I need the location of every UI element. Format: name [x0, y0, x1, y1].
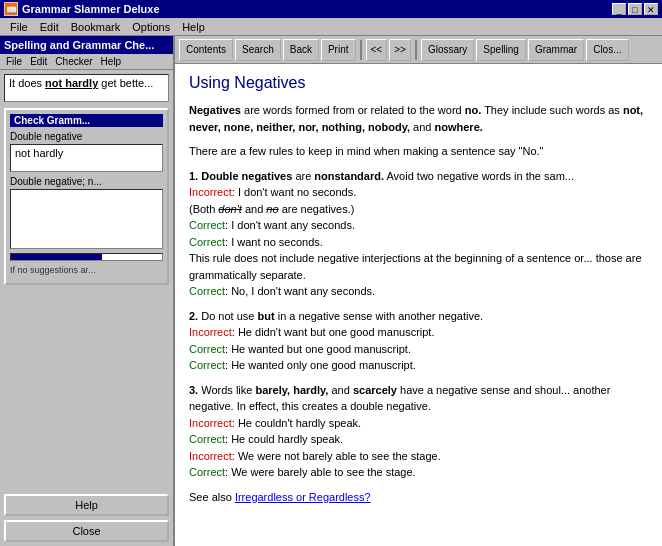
nowhere-bold: nowhere. [435, 121, 483, 133]
correct-1b-label: Correct [189, 236, 225, 248]
see-also-paragraph: See also Irregardless or Regardless? [189, 489, 648, 506]
content-body: Negatives are words formed from or relat… [189, 102, 648, 505]
toolbar-separator-1 [360, 40, 362, 60]
menu-edit[interactable]: Edit [34, 20, 65, 34]
prev-button[interactable]: << [366, 39, 388, 61]
menu-help[interactable]: Help [176, 20, 211, 34]
menu-file[interactable]: File [4, 20, 34, 34]
rule-1-num: 1. Double negatives [189, 170, 292, 182]
menu-options[interactable]: Options [126, 20, 176, 34]
menu-bookmark[interactable]: Bookmark [65, 20, 127, 34]
checker-menu-checker[interactable]: Checker [51, 56, 96, 67]
no-bold: no. [465, 104, 482, 116]
close-button[interactable]: Close [4, 520, 169, 542]
print-button[interactable]: Print [321, 39, 356, 61]
checker-menu-file[interactable]: File [2, 56, 26, 67]
maximize-button[interactable]: □ [628, 3, 642, 15]
correct-3b-label: Correct [189, 466, 225, 478]
intro-paragraph: Negatives are words formed from or relat… [189, 102, 648, 135]
correct-2b-label: Correct [189, 359, 225, 371]
title-bar-controls: _ □ ✕ [612, 3, 658, 15]
progress-bar-fill [11, 254, 102, 260]
rule-box [10, 189, 163, 249]
sentence-text-before: It does [9, 77, 45, 89]
title-bar-text: Grammar Slammer Deluxe [22, 3, 608, 15]
content-area[interactable]: Using Negatives Negatives are words form… [175, 64, 662, 546]
negatives-bold: Negatives [189, 104, 241, 116]
suggestions-hint: If no suggestions ar... [10, 265, 163, 275]
help-button[interactable]: Help [4, 494, 169, 516]
checker-menu-bar: File Edit Checker Help [0, 54, 173, 70]
minimize-button[interactable]: _ [612, 3, 626, 15]
incorrect-3b-label: Incorrect [189, 450, 232, 462]
title-bar: 📖 Grammar Slammer Deluxe _ □ ✕ [0, 0, 662, 18]
app-icon: 📖 [4, 2, 18, 16]
suggestion-text: not hardly [15, 147, 63, 159]
toolbar: Contents Search Back Print << >> Glossar… [175, 36, 662, 64]
checker-menu-edit[interactable]: Edit [26, 56, 51, 67]
but-bold: but [258, 310, 275, 322]
sentence-highlighted: not hardly [45, 77, 98, 89]
rule-2-paragraph: 2. Do not use but in a negative sense wi… [189, 308, 648, 374]
grammar-label: Double negative [10, 131, 163, 142]
checker-title-text: Spelling and Grammar Che... [4, 39, 154, 51]
progress-bar-container [10, 253, 163, 261]
left-panel: Spelling and Grammar Che... File Edit Ch… [0, 36, 175, 546]
correct-3a-label: Correct [189, 433, 225, 445]
rule-3-num: 3. [189, 384, 198, 396]
correct-1a-label: Correct [189, 219, 225, 231]
correct-2a-label: Correct [189, 343, 225, 355]
incorrect-1-label: Incorrect [189, 186, 232, 198]
suggestions-list[interactable]: not hardly [10, 144, 163, 172]
grammar-box-title: Check Gramm... [10, 114, 163, 127]
toolbar-separator-2 [415, 40, 417, 60]
correct-1c-label: Correct [189, 285, 225, 297]
close-window-button[interactable]: ✕ [644, 3, 658, 15]
checker-title-bar: Spelling and Grammar Che... [0, 36, 173, 54]
grammar-check-box: Check Gramm... Double negative not hardl… [4, 108, 169, 285]
close-pane-button[interactable]: Clos... [586, 39, 628, 61]
checker-menu-help[interactable]: Help [97, 56, 126, 67]
contents-button[interactable]: Contents [179, 39, 233, 61]
no-italic: no [266, 203, 278, 215]
nonstandard-bold: nonstandard. [314, 170, 384, 182]
checker-body: It does not hardly get bette... Check Gr… [0, 70, 173, 490]
main-container: Spelling and Grammar Che... File Edit Ch… [0, 36, 662, 546]
left-panel-buttons: Help Close [0, 490, 173, 546]
incorrect-3a-label: Incorrect [189, 417, 232, 429]
spelling-button[interactable]: Spelling [476, 39, 526, 61]
rule-2-num: 2. [189, 310, 198, 322]
page-title: Using Negatives [189, 74, 648, 92]
see-also-link[interactable]: Irregardless or Regardless? [235, 491, 371, 503]
search-button[interactable]: Search [235, 39, 281, 61]
glossary-button[interactable]: Glossary [421, 39, 474, 61]
next-button[interactable]: >> [389, 39, 411, 61]
grammar-button[interactable]: Grammar [528, 39, 584, 61]
rule-label: Double negative; n... [10, 176, 163, 187]
intro-paragraph-2: There are a few rules to keep in mind wh… [189, 143, 648, 160]
menu-bar: File Edit Bookmark Options Help [0, 18, 662, 36]
right-panel: Contents Search Back Print << >> Glossar… [175, 36, 662, 546]
incorrect-2-label: Incorrect [189, 326, 232, 338]
scarcely-bold: scarcely [353, 384, 397, 396]
rule-3-paragraph: 3. Words like barely, hardly, and scarce… [189, 382, 648, 481]
back-button[interactable]: Back [283, 39, 319, 61]
dont-italic: don't [218, 203, 242, 215]
rule-1-paragraph: 1. Double negatives are nonstandard. Avo… [189, 168, 648, 300]
sentence-text-after: get bette... [98, 77, 153, 89]
barely-bold: barely, hardly, [255, 384, 328, 396]
sentence-display: It does not hardly get bette... [4, 74, 169, 102]
